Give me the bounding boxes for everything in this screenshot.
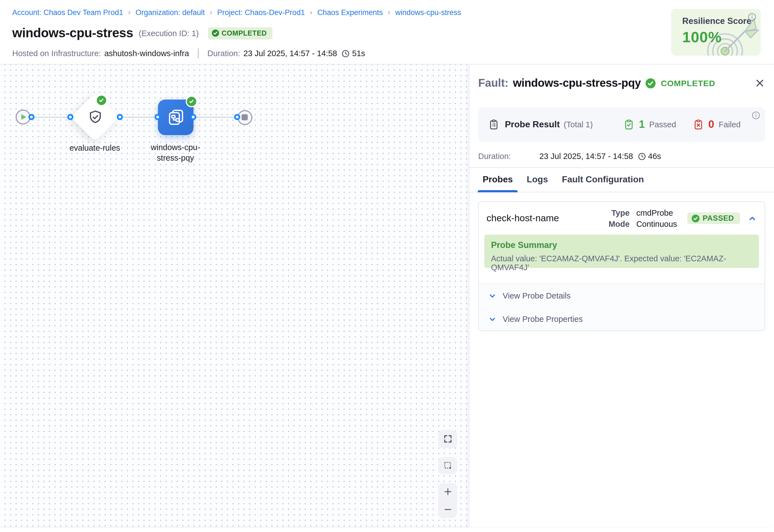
collapse-probe-button[interactable] <box>748 214 757 223</box>
port <box>28 114 34 120</box>
duration-label: Duration: <box>207 49 240 58</box>
fault-duration-row: Duration: 23 Jul 2025, 14:57 - 14:58 46s <box>478 152 661 161</box>
close-panel-button[interactable] <box>755 78 765 88</box>
check-circle-icon <box>645 78 655 88</box>
duration-value: 23 Jul 2025, 14:57 - 14:58 <box>244 49 337 58</box>
port <box>116 114 123 120</box>
chevron-down-icon <box>488 315 497 323</box>
tab-logs[interactable]: Logs <box>522 168 553 192</box>
panel-tabs: Probes Logs Fault Configuration <box>469 168 774 192</box>
port <box>155 114 161 120</box>
canvas-bottom-edge <box>0 527 469 532</box>
breadcrumb-chaos-experiments[interactable]: Chaos Experiments <box>317 8 383 17</box>
clipboard-icon <box>488 119 499 130</box>
probe-summary-text: Actual value: 'EC2AMAZ-QMVAF4J'. Expecte… <box>491 254 752 272</box>
marquee-select-icon <box>443 461 452 470</box>
marquee-select-button[interactable] <box>438 457 457 474</box>
chevron-down-icon <box>488 292 497 300</box>
close-icon <box>755 78 765 88</box>
shield-check-icon <box>86 109 104 126</box>
experiment-status-badge: COMPLETED <box>208 27 272 39</box>
view-probe-properties-toggle[interactable]: View Probe Properties <box>479 307 765 331</box>
probe-name: check-host-name <box>487 213 559 224</box>
stop-icon <box>241 114 248 121</box>
chevron-up-icon <box>748 214 757 223</box>
probe-card-footer: View Probe Details View Probe Properties <box>479 284 765 330</box>
infra-label: Hosted on Infrastructure: <box>12 49 101 58</box>
probe-card-check-host-name: check-host-name Type cmdProbe Mode Conti… <box>478 201 765 331</box>
probe-card-header[interactable]: check-host-name Type cmdProbe Mode Conti… <box>479 202 765 235</box>
page-header: Account: Chaos Dev Team Prod1 › Organiza… <box>0 0 774 64</box>
chevron-right-icon: › <box>210 8 212 16</box>
tab-probes[interactable]: Probes <box>478 168 518 192</box>
check-circle-icon <box>691 214 699 222</box>
chaos-experiment-execution-page: Account: Chaos Dev Team Prod1 › Organiza… <box>0 0 774 532</box>
pipeline-canvas[interactable]: evaluate-rules windows-cpu- stress-pqy <box>0 64 469 527</box>
divider <box>198 48 199 58</box>
probe-type-value: cmdProbe <box>636 208 677 217</box>
fullscreen-button[interactable] <box>438 430 457 448</box>
info-icon[interactable] <box>748 13 756 21</box>
probe-type-mode: Type cmdProbe Mode Continuous <box>609 208 677 228</box>
chevron-right-icon: › <box>128 8 131 16</box>
passed-count: 1 <box>639 118 645 131</box>
clipboard-check-icon <box>623 119 634 130</box>
play-icon <box>19 113 27 121</box>
view-probe-details-toggle[interactable]: View Probe Details <box>479 284 765 307</box>
duration-value: 23 Jul 2025, 14:57 - 14:58 <box>539 152 633 161</box>
pipeline-edge <box>28 116 240 118</box>
port <box>234 114 240 120</box>
passed-label: Passed <box>649 120 676 129</box>
execution-id: (Execution ID: 1) <box>139 29 199 38</box>
probe-result-title: Probe Result <box>505 120 560 130</box>
breadcrumb-account[interactable]: Account: Chaos Dev Team Prod1 <box>12 8 123 17</box>
fault-status-label: COMPLETED <box>661 78 715 88</box>
chevron-right-icon: › <box>388 8 390 16</box>
breadcrumb-project[interactable]: Project: Chaos-Dev-Prod1 <box>217 8 305 17</box>
probe-mode-value: Continuous <box>636 219 677 228</box>
probe-status-label: PASSED <box>703 214 734 222</box>
breadcrumb-current-experiment[interactable]: windows-cpu-stress <box>395 8 461 17</box>
resilience-score-card: Resilience Score 100% <box>671 9 761 56</box>
probe-mode-label: Mode <box>609 219 630 228</box>
resilience-score-label: Resilience Score <box>682 16 751 26</box>
success-check-badge <box>96 94 107 106</box>
info-icon[interactable] <box>752 111 760 120</box>
probe-summary-title: Probe Summary <box>491 240 752 250</box>
probe-status-badge: PASSED <box>687 212 740 224</box>
breadcrumb-organization[interactable]: Organization: default <box>135 8 205 17</box>
page-title: windows-cpu-stress <box>12 26 133 41</box>
failed-count: 0 <box>708 118 714 131</box>
probe-result-total: (Total 1) <box>564 120 593 129</box>
fullscreen-icon <box>443 434 452 444</box>
tab-fault-configuration[interactable]: Fault Configuration <box>557 168 649 192</box>
view-probe-details-label: View Probe Details <box>503 291 571 300</box>
probe-result-card: Probe Result (Total 1) 1 Passed 0 Failed <box>478 107 765 142</box>
resilience-score-value: 100% <box>682 29 722 46</box>
zoom-out-icon[interactable] <box>443 504 452 514</box>
clock-icon <box>342 49 350 58</box>
zoom-controls <box>438 483 457 518</box>
chevron-right-icon: › <box>310 8 312 16</box>
zoom-in-icon[interactable] <box>443 487 452 496</box>
experiment-icon <box>166 108 185 126</box>
experiment-status-label: COMPLETED <box>222 29 267 37</box>
view-probe-properties-label: View Probe Properties <box>503 315 583 324</box>
duration-elapsed: 46s <box>648 152 661 161</box>
port <box>190 114 196 120</box>
probe-summary: Probe Summary Actual value: 'EC2AMAZ-QMV… <box>484 235 759 268</box>
breadcrumb: Account: Chaos Dev Team Prod1 › Organiza… <box>12 8 461 17</box>
duration-label: Duration: <box>478 152 539 161</box>
fault-name: windows-cpu-stress-pqy <box>513 77 641 90</box>
infra-value: ashutosh-windows-infra <box>104 49 189 58</box>
clipboard-x-icon <box>693 119 704 130</box>
node-label-evaluate-rules: evaluate-rules <box>50 143 140 153</box>
failed-label: Failed <box>719 120 741 129</box>
probe-type-label: Type <box>609 208 630 217</box>
clock-icon <box>637 152 646 160</box>
port <box>67 114 73 120</box>
experiment-meta: Hosted on Infrastructure: ashutosh-windo… <box>12 48 365 58</box>
node-label-windows-cpu-stress-pqy: windows-cpu- stress-pqy <box>131 142 220 163</box>
duration-elapsed: 51s <box>352 49 365 58</box>
check-circle-icon <box>212 29 219 37</box>
